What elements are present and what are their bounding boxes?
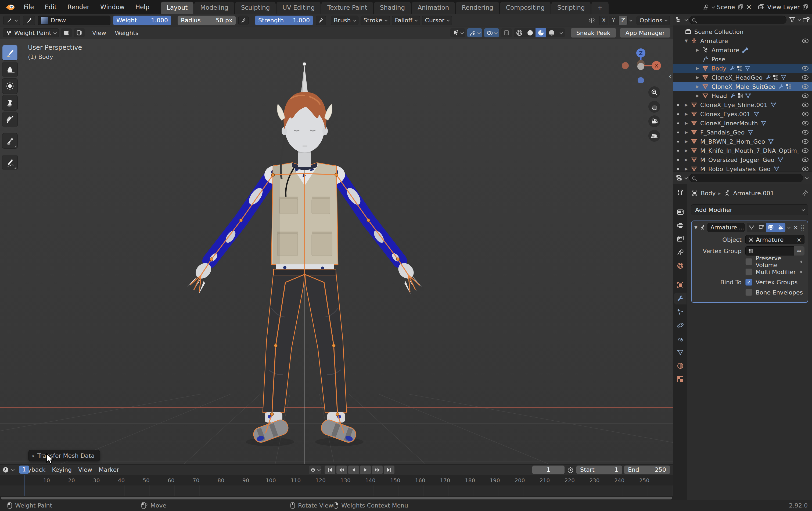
outliner-row[interactable]: ▶ Clonex_Eyes.001: [673, 109, 812, 118]
hide-eye-icon[interactable]: [802, 93, 809, 98]
workspace-tab[interactable]: Compositing: [500, 2, 551, 14]
jump-to-start-button[interactable]: [325, 465, 335, 474]
expander-icon[interactable]: ▶: [683, 148, 690, 153]
hide-eye-icon[interactable]: [802, 38, 809, 43]
options-dropdown[interactable]: Options: [637, 16, 670, 25]
hide-eye-icon[interactable]: [802, 75, 809, 80]
hide-eye-icon[interactable]: [802, 66, 809, 71]
chevron-down-icon[interactable]: [798, 18, 801, 21]
menu-item[interactable]: Render: [63, 2, 94, 12]
outliner-row[interactable]: ▶ Armature: [673, 46, 812, 55]
stopwatch-icon[interactable]: [567, 466, 574, 474]
hide-eye-icon[interactable]: [802, 84, 809, 89]
axis-gizmo[interactable]: Z X: [619, 43, 665, 83]
timeline-editor-type-icon[interactable]: [2, 466, 9, 473]
brush-name-field[interactable]: Draw: [38, 16, 110, 25]
show-in-viewport-toggle[interactable]: [766, 223, 776, 232]
collapse-arrow-icon[interactable]: ▼: [694, 225, 698, 230]
hide-eye-icon[interactable]: [802, 157, 809, 162]
vertex-group-field[interactable]: [745, 246, 795, 255]
option-checkbox[interactable]: ✓: [745, 258, 752, 265]
timeline-menu-item[interactable]: Marker: [95, 465, 122, 474]
outliner-row[interactable]: ▶ M_Knife_In_Mouth_7_DNA_Optim_Ge: [673, 146, 812, 155]
new-collection-icon[interactable]: [802, 16, 810, 24]
tab-render[interactable]: [674, 206, 687, 218]
gradient-tool-button[interactable]: [2, 112, 18, 127]
3d-viewport[interactable]: User Perspective (1) Body: [0, 39, 673, 464]
tab-output[interactable]: [674, 219, 687, 231]
panel-dropdown[interactable]: Falloff: [392, 16, 420, 25]
tab-constraints[interactable]: [674, 333, 687, 345]
timeline-menu-item[interactable]: Keying: [49, 465, 75, 474]
menu-item[interactable]: Edit: [40, 2, 61, 12]
end-frame-field[interactable]: End 250: [624, 465, 670, 474]
outliner-search-input[interactable]: [689, 16, 786, 24]
properties-search-input[interactable]: [689, 174, 803, 182]
outliner-row[interactable]: ▶ CloneX_InnerMouth: [673, 118, 812, 128]
workspace-tab[interactable]: Modeling: [194, 2, 234, 14]
workspace-tab[interactable]: Animation: [412, 2, 455, 14]
scene-name[interactable]: Scene: [717, 4, 735, 10]
weight-slider[interactable]: Weight 1.000: [113, 16, 171, 25]
operator-panel[interactable]: ▸ Transfer Mesh Data: [28, 450, 100, 461]
expander-icon[interactable]: ▶: [683, 121, 690, 126]
panel-dropdown[interactable]: Cursor: [422, 16, 452, 25]
menu-item[interactable]: File: [19, 2, 38, 12]
start-frame-field[interactable]: Start 1: [576, 465, 622, 474]
view-layer-name[interactable]: View Layer: [767, 4, 800, 10]
outliner-row[interactable]: ▶ CloneX_HeadGeo: [673, 73, 812, 82]
show-in-editmode-toggle[interactable]: [756, 223, 766, 232]
brush-icon-button[interactable]: [23, 16, 35, 25]
tab-object[interactable]: [674, 279, 687, 291]
drag-handle-icon[interactable]: ⣿: [801, 224, 805, 231]
jump-to-end-button[interactable]: [384, 465, 395, 474]
smear-tool-button[interactable]: [2, 95, 18, 111]
clear-object-icon[interactable]: ×: [797, 236, 802, 243]
hide-eye-icon[interactable]: [802, 148, 809, 153]
xray-toggle[interactable]: [501, 28, 512, 37]
workspace-tab[interactable]: Layout: [161, 2, 194, 14]
expander-icon[interactable]: ▶: [683, 166, 690, 171]
show-on-cage-toggle[interactable]: [747, 223, 756, 232]
outliner-row[interactable]: Pose: [673, 55, 812, 64]
next-keyframe-button[interactable]: [372, 465, 383, 474]
workspace-tab[interactable]: Rendering: [456, 2, 499, 14]
outliner-row[interactable]: ▶ CloneX_Eye_Shine.001: [673, 100, 812, 109]
shading-solid-button[interactable]: [525, 28, 535, 37]
playhead-line[interactable]: [24, 475, 25, 496]
breadcrumb-object[interactable]: Body: [701, 190, 716, 196]
paint-mask-face-toggle[interactable]: [74, 28, 85, 37]
breadcrumb-modifier[interactable]: Armature.001: [733, 190, 774, 196]
tab-world[interactable]: [674, 260, 687, 272]
outliner-row[interactable]: ▶ M_BRWN_2_Horn_Geo: [673, 137, 812, 146]
annotate-tool-button[interactable]: [2, 155, 18, 170]
menu-item[interactable]: Window: [96, 2, 129, 12]
hide-eye-icon[interactable]: [802, 121, 809, 126]
workspace-tab[interactable]: UV Editing: [277, 2, 321, 14]
option-checkbox[interactable]: ✓: [745, 289, 752, 296]
outliner-row[interactable]: ▶ Body: [673, 64, 812, 73]
chevron-down-icon[interactable]: [787, 225, 790, 228]
strength-slider[interactable]: Strength 1.000: [255, 16, 313, 25]
zoom-button[interactable]: [648, 86, 660, 98]
chevron-down-icon[interactable]: [712, 5, 715, 8]
expander-icon[interactable]: ▶: [694, 66, 701, 71]
camera-view-button[interactable]: [648, 115, 660, 127]
menu-item[interactable]: Help: [131, 2, 154, 12]
shading-material-button[interactable]: [535, 28, 546, 37]
blur-tool-button[interactable]: [2, 61, 18, 77]
tab-scene[interactable]: [674, 246, 687, 258]
show-in-render-toggle[interactable]: [776, 223, 785, 232]
animate-dot-icon[interactable]: [801, 261, 802, 263]
object-field[interactable]: Armature ×: [745, 235, 805, 244]
hide-eye-icon[interactable]: [802, 166, 809, 171]
expander-icon[interactable]: ▶: [694, 48, 701, 52]
new-view-layer-icon[interactable]: [802, 4, 808, 10]
auto-keying-toggle[interactable]: [309, 465, 321, 474]
tab-object-data[interactable]: [674, 346, 687, 358]
chevron-down-icon[interactable]: [11, 468, 15, 471]
chevron-down-icon[interactable]: [629, 18, 633, 22]
expander-icon[interactable]: ▶: [683, 103, 690, 107]
draw-tool-button[interactable]: [2, 45, 18, 60]
sidebar-collapse-arrow[interactable]: ‹: [669, 72, 671, 80]
